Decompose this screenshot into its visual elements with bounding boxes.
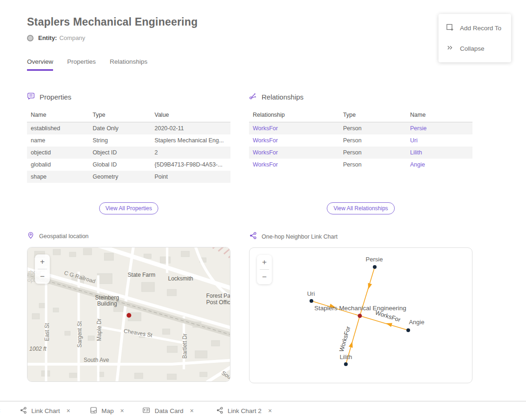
map-card[interactable]: + − <box>27 247 230 382</box>
relationships-table-body: WorksFor Person Persie WorksFor Person U… <box>249 122 472 171</box>
relationship-link[interactable]: WorksFor <box>253 149 278 156</box>
relationships-panel: Relationships Relationship Type Name <box>249 92 472 232</box>
table-row[interactable]: name String Staplers Mechanical Eng... <box>27 134 230 147</box>
link-chart-canvas[interactable]: WorksFor WorksFor Persi <box>250 248 471 383</box>
property-value: 2020-02-11 <box>151 122 230 135</box>
bottom-tab-link-chart-2[interactable]: Link Chart 2 × <box>216 407 272 415</box>
relationship-type: Person <box>339 134 406 147</box>
map-zoom-out-button[interactable]: − <box>35 269 50 284</box>
table-row[interactable]: WorksFor Person Angie <box>249 159 472 171</box>
add-record-icon <box>446 23 454 33</box>
property-type: Geometry <box>89 171 151 183</box>
node-center-entity[interactable] <box>358 314 362 318</box>
entity-type-dot-icon <box>27 35 34 41</box>
related-entity-link[interactable]: Persie <box>410 125 426 132</box>
action-menu: Add Record To Collapse <box>438 14 511 62</box>
add-record-to-menu-item[interactable]: Add Record To <box>438 18 511 38</box>
table-row[interactable]: globalid Global ID {5D9B4713-F98D-4A53-.… <box>27 159 230 171</box>
relationship-type: Person <box>339 159 406 171</box>
tab-relationships[interactable]: Relationships <box>110 58 148 71</box>
relationships-col-type: Type <box>339 109 406 122</box>
add-record-label: Add Record To <box>460 25 501 32</box>
related-entity-link[interactable]: Uri <box>410 137 418 144</box>
bottom-tab-map[interactable]: Map × <box>90 407 124 415</box>
property-name: objectid <box>27 147 89 159</box>
view-all-relationships-button[interactable]: View All Relationships <box>327 202 394 214</box>
relationship-link[interactable]: WorksFor <box>253 137 278 144</box>
overflow-tab-close-icon[interactable]: × <box>0 407 0 414</box>
related-entity-link[interactable]: Lilith <box>410 149 422 156</box>
bottom-tab-label: Map <box>101 407 114 414</box>
map-label-state-farm: State Farm <box>128 272 155 278</box>
close-tab-icon[interactable]: × <box>268 407 272 414</box>
geospatial-panel: Geospatial location + − <box>27 232 230 382</box>
node-label-angie: Angie <box>409 319 424 326</box>
close-tab-icon[interactable]: × <box>120 407 124 414</box>
bottom-tab-label: Data Card <box>155 407 183 414</box>
property-name: globalid <box>27 159 89 171</box>
node-label-center: Staplers Mechanical Engineering <box>314 305 406 312</box>
properties-icon <box>27 92 35 102</box>
table-row[interactable]: objectid Object ID 2 <box>27 147 230 159</box>
view-all-properties-button[interactable]: View All Properties <box>99 202 159 214</box>
relationship-link[interactable]: WorksFor <box>253 125 278 132</box>
link-chart-card[interactable]: + − <box>249 247 472 383</box>
link-chart-zoom-out-button[interactable]: − <box>257 270 272 284</box>
property-name: established <box>27 122 89 135</box>
collapse-menu-item[interactable]: Collapse <box>438 38 511 59</box>
close-tab-icon[interactable]: × <box>190 407 194 414</box>
node-label-lilith: Lilith <box>340 353 352 360</box>
map-label-east-st: East St <box>44 323 50 341</box>
map-canvas[interactable]: rbour opaedics C G Railroad State Farm L… <box>27 247 230 382</box>
bottom-tab-bar: × Link Chart × Map × Data Card × <box>0 401 526 420</box>
bottom-tab-label: Link Chart <box>31 407 60 414</box>
table-row[interactable]: established Date Only 2020-02-11 <box>27 122 230 135</box>
properties-section-title: Properties <box>40 93 71 101</box>
link-chart-zoom-in-button[interactable]: + <box>257 255 272 269</box>
property-type: Date Only <box>89 122 151 135</box>
table-row[interactable]: shape Geometry Point <box>27 171 230 183</box>
map-icon <box>90 407 97 415</box>
relationships-table: Relationship Type Name WorksFor Person <box>249 109 472 171</box>
map-label-sargent-st: Sargent St <box>76 321 83 347</box>
map-label-steinberg-2: Building <box>97 300 117 307</box>
overview-content: Properties Name Type Value <box>27 92 499 383</box>
properties-col-value: Value <box>151 109 230 122</box>
tab-overview[interactable]: Overview <box>27 58 53 71</box>
property-name: name <box>27 134 89 147</box>
property-value: Staplers Mechanical Eng... <box>151 134 230 147</box>
map-label-south-ave: South Ave <box>84 357 109 363</box>
relationship-link[interactable]: WorksFor <box>253 161 278 168</box>
node-label-persie: Persie <box>366 256 383 263</box>
node-angie[interactable] <box>406 328 410 332</box>
property-type: Global ID <box>89 159 151 171</box>
table-row[interactable]: WorksFor Person Lilith <box>249 147 472 159</box>
property-name: shape <box>27 171 89 183</box>
map-zoom-control: + − <box>35 254 50 284</box>
related-entity-link[interactable]: Angie <box>410 161 425 168</box>
properties-col-name: Name <box>27 109 89 122</box>
properties-col-type: Type <box>89 109 151 122</box>
relationships-col-name: Name <box>406 109 472 122</box>
map-label-locksmith: Locksmith <box>168 275 193 282</box>
close-tab-icon[interactable]: × <box>67 407 70 414</box>
table-row[interactable]: WorksFor Person Persie <box>249 122 472 135</box>
map-zoom-in-button[interactable]: + <box>35 254 50 269</box>
node-persie[interactable] <box>373 265 377 269</box>
property-type: Object ID <box>89 147 151 159</box>
map-label-bartlett-dr: Bartlett Dr <box>182 333 188 359</box>
node-uri[interactable] <box>310 299 313 303</box>
bottom-tab-data-card[interactable]: Data Card × <box>142 407 194 415</box>
entity-label: Entity: <box>38 34 57 41</box>
data-card-icon <box>142 407 150 415</box>
map-entity-marker[interactable] <box>127 313 131 318</box>
bottom-tab-link-chart[interactable]: Link Chart × <box>20 407 70 415</box>
relationships-col-relationship: Relationship <box>249 109 339 122</box>
map-label-maple-dr: Maple Dr <box>96 319 102 341</box>
link-chart-panel: One-hop Neighbor Link Chart + − <box>249 232 472 383</box>
geospatial-section-title: Geospatial location <box>39 233 88 240</box>
node-lilith[interactable] <box>344 362 348 366</box>
tab-properties[interactable]: Properties <box>67 58 96 71</box>
table-row[interactable]: WorksFor Person Uri <box>249 134 472 147</box>
collapse-icon <box>446 44 454 53</box>
